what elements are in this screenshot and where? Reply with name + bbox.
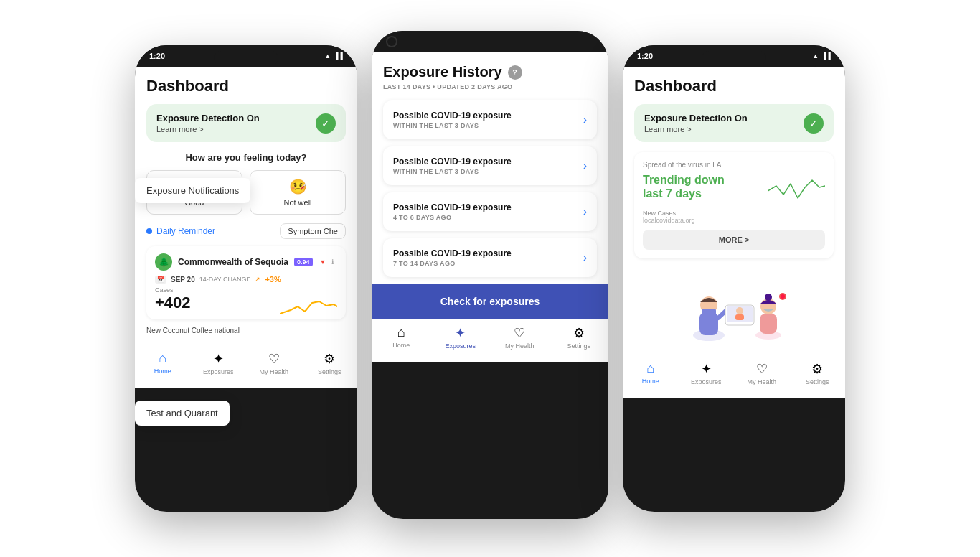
home-icon-left: ⌂ xyxy=(159,351,166,366)
myhealth-icon-right: ♡ xyxy=(756,361,768,377)
change-label: 14-DAY CHANGE xyxy=(199,276,251,283)
region-icon: 🌲 xyxy=(155,253,172,271)
exposure-card-2[interactable]: Possible COVID-19 exposure 4 TO 6 DAYS A… xyxy=(383,192,597,231)
settings-label-right: Settings xyxy=(806,378,829,385)
myhealth-icon-left: ♡ xyxy=(268,351,280,367)
date-row: 📅 SEP 20 14-DAY CHANGE ↗ +3% xyxy=(155,275,337,284)
nav-myhealth-center[interactable]: ♡ My Health xyxy=(490,325,550,353)
feeling-notwell[interactable]: 🤒 Not well xyxy=(250,170,346,215)
chevron-right-1: › xyxy=(583,159,587,172)
svg-point-12 xyxy=(765,294,772,301)
exposure-card-0[interactable]: Possible COVID-19 exposure WITHIN THE LA… xyxy=(383,100,597,139)
trending-text-area: Trending downlast 7 days xyxy=(643,173,725,200)
scene: 1:20 ▲ ▐▐ Exposure Notifications Dashboa… xyxy=(0,0,980,557)
feeling-title-left: How are you feeling today? xyxy=(146,152,346,163)
news-text: New Coconut Coffee national xyxy=(146,327,346,334)
reminder-row: Daily Reminder Symptom Che xyxy=(146,223,346,239)
exposure-card-subtitle-1: WITHIN THE LAST 3 DAYS xyxy=(393,168,512,175)
nav-exposures-left[interactable]: ✦ Exposures xyxy=(191,351,247,379)
detection-card-text-left: Exposure Detection On Learn more > xyxy=(156,113,260,134)
exposure-card-1[interactable]: Possible COVID-19 exposure WITHIN THE LA… xyxy=(383,146,597,185)
svg-rect-10 xyxy=(760,314,777,334)
source-label: localcoviddata.org xyxy=(643,217,825,224)
nav-myhealth-left[interactable]: ♡ My Health xyxy=(246,351,302,379)
help-icon[interactable]: ? xyxy=(508,65,522,80)
settings-icon-center: ⚙ xyxy=(573,325,585,341)
exposure-card-text-0: Possible COVID-19 exposure WITHIN THE LA… xyxy=(393,111,512,129)
home-label-left: Home xyxy=(154,368,171,375)
nav-settings-left[interactable]: ⚙ Settings xyxy=(302,351,358,379)
detection-card-text-right: Exposure Detection On Learn more > xyxy=(644,113,748,134)
nav-myhealth-right[interactable]: ♡ My Health xyxy=(734,361,790,389)
detection-title-right: Exposure Detection On xyxy=(644,113,748,123)
check-exposure-button[interactable]: Check for exposures xyxy=(372,284,608,319)
time-right: 1:20 xyxy=(637,52,653,60)
status-bar-right: 1:20 ▲ ▐▐ xyxy=(623,45,845,67)
change-pct: +3% xyxy=(265,275,281,284)
screen-content-right: Dashboard Exposure Detection On Learn mo… xyxy=(623,67,845,355)
detection-card-right[interactable]: Exposure Detection On Learn more > ✓ xyxy=(634,104,834,142)
exposure-card-title-0: Possible COVID-19 exposure xyxy=(393,111,512,121)
wifi-icon-left: ▲ xyxy=(324,52,331,60)
exposure-card-3[interactable]: Possible COVID-19 exposure 7 TO 14 DAYS … xyxy=(383,238,597,277)
nav-home-right[interactable]: ⌂ Home xyxy=(623,361,679,389)
nav-settings-right[interactable]: ⚙ Settings xyxy=(790,361,846,389)
home-label-right: Home xyxy=(642,378,659,385)
illustration-area xyxy=(634,266,834,345)
cases-area: Cases +402 xyxy=(155,286,337,312)
illustration-svg xyxy=(677,269,791,341)
detection-subtitle-left: Learn more > xyxy=(156,125,260,134)
detection-subtitle-right: Learn more > xyxy=(644,125,748,134)
trending-row: Trending downlast 7 days xyxy=(643,173,825,205)
rt-badge: 0.94 xyxy=(294,258,313,266)
nav-exposures-center[interactable]: ✦ Exposures xyxy=(431,325,491,353)
camera-circle xyxy=(386,36,397,47)
chevron-right-2: › xyxy=(583,205,587,218)
trending-card: Spread of the virus in LA Trending downl… xyxy=(634,152,834,258)
nav-home-left[interactable]: ⌂ Home xyxy=(135,351,191,379)
svg-point-7 xyxy=(736,307,743,314)
tooltip-box-top: Exposure Notifications xyxy=(135,178,250,203)
exposure-card-text-3: Possible COVID-19 exposure 7 TO 14 DAYS … xyxy=(393,248,512,267)
settings-label-center: Settings xyxy=(567,342,590,350)
dashboard-title-left: Dashboard xyxy=(146,77,346,95)
detection-title-left: Exposure Detection On xyxy=(156,113,260,123)
battery-icon-right: ▐▐ xyxy=(821,52,831,60)
emoji-notwell: 🤒 xyxy=(256,178,339,195)
info-icon: ℹ xyxy=(331,258,334,266)
tooltip-exposure-notifications: Exposure Notifications xyxy=(135,178,250,203)
screen-right: Dashboard Exposure Detection On Learn mo… xyxy=(623,67,845,355)
cases-sparkline xyxy=(280,292,337,321)
exposures-label-center: Exposures xyxy=(445,342,476,350)
region-card[interactable]: 🌲 Commonwealth of Sequoia 0.94 ▼ ℹ 📅 SEP… xyxy=(146,246,346,319)
detection-check-left: ✓ xyxy=(316,113,336,134)
nav-exposures-right[interactable]: ✦ Exposures xyxy=(679,361,735,389)
detection-card-left[interactable]: Exposure Detection On Learn more > ✓ xyxy=(146,104,346,142)
bottom-nav-right: ⌂ Home ✦ Exposures ♡ My Health ⚙ Setting… xyxy=(623,355,845,398)
exposure-card-text-1: Possible COVID-19 exposure WITHIN THE LA… xyxy=(393,156,512,175)
date-text: SEP 20 xyxy=(171,276,195,284)
screen-left: Dashboard Exposure Detection On Learn mo… xyxy=(135,67,357,345)
battery-icon-left: ▐▐ xyxy=(334,52,343,60)
bottom-nav-left: ⌂ Home ✦ Exposures ♡ My Health ⚙ Setting… xyxy=(135,345,357,388)
notch-left xyxy=(214,51,278,65)
settings-icon-left: ⚙ xyxy=(324,351,335,367)
symptom-chip[interactable]: Symptom Che xyxy=(280,223,346,239)
phone-left: 1:20 ▲ ▐▐ Exposure Notifications Dashboa… xyxy=(135,45,357,512)
home-icon-right: ⌂ xyxy=(646,361,654,376)
settings-icon-right: ⚙ xyxy=(811,361,823,377)
exposure-title-row: Exposure History ? xyxy=(383,64,597,80)
notch-right xyxy=(702,51,766,65)
more-button[interactable]: MORE > xyxy=(643,230,825,250)
exposure-card-subtitle-3: 7 TO 14 DAYS AGO xyxy=(393,260,512,267)
exposures-icon-left: ✦ xyxy=(213,351,224,367)
spread-label: Spread of the virus in LA xyxy=(643,161,825,169)
wifi-icon-right: ▲ xyxy=(812,52,819,60)
exposure-screen-content: Exposure History ? LAST 14 DAYS • UPDATE… xyxy=(372,52,608,284)
rt-down-icon: ▼ xyxy=(320,258,326,266)
myhealth-label-left: My Health xyxy=(259,368,288,375)
date-box: 📅 xyxy=(155,276,166,284)
nav-settings-center[interactable]: ⚙ Settings xyxy=(550,325,609,353)
tooltip-test-quarantine: Test and Quarant xyxy=(135,401,230,426)
nav-home-center[interactable]: ⌂ Home xyxy=(372,325,431,353)
